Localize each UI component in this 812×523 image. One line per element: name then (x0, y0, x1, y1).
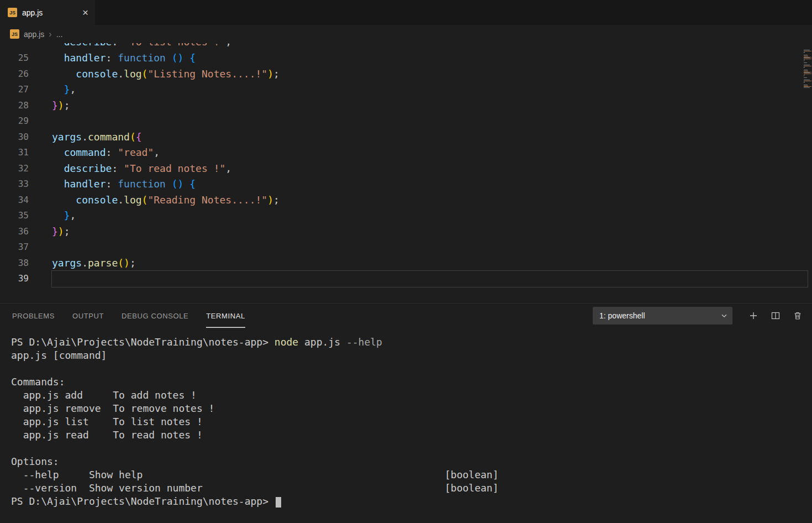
code-token: Options: (11, 456, 59, 467)
code-token: ; (273, 68, 280, 80)
line-number[interactable]: 26 (0, 66, 29, 82)
line-number[interactable]: 39 (0, 271, 29, 287)
tab-app-js[interactable]: JS app.js × (0, 0, 95, 25)
code-token: , (225, 43, 231, 48)
terminal-line: --help Show help[boolean] (11, 468, 812, 482)
code-token: { (189, 178, 196, 190)
breadcrumb-item-symbols[interactable]: ... (56, 30, 63, 39)
split-terminal-button[interactable] (768, 308, 783, 323)
plus-icon (749, 311, 758, 320)
trash-icon (793, 311, 802, 320)
code-token: ( (130, 131, 136, 143)
code-line[interactable]: 28}); (0, 98, 812, 114)
panel-actions: 1: powershell (593, 307, 805, 325)
line-number[interactable]: 33 (0, 176, 29, 192)
code-token: app.js add To add notes ! (11, 389, 197, 401)
code-token: handler (64, 52, 106, 64)
terminal-line: --version Show version number[boolean] (11, 482, 812, 495)
code-token: "read" (118, 147, 154, 158)
line-content: console.log("Reading Notes....!"); (52, 192, 808, 208)
minimap-line (804, 62, 807, 63)
code-token: } (64, 83, 70, 95)
terminal-cursor (276, 497, 281, 508)
line-number[interactable]: 31 (0, 145, 29, 161)
terminal-line: app.js remove To remove notes ! (11, 402, 812, 415)
line-number (0, 43, 29, 50)
code-line[interactable]: 38yargs.parse(); (0, 255, 812, 271)
line-number[interactable]: 34 (0, 192, 29, 208)
code-token (166, 178, 172, 190)
split-pane-icon (771, 311, 780, 320)
code-token: ) (267, 68, 273, 80)
code-token: : (106, 178, 118, 190)
code-line[interactable]: 27 }, (0, 82, 812, 98)
terminal-option-type: [boolean] (445, 468, 499, 482)
terminal-line: app.js [command] (11, 349, 812, 362)
code-token: , (154, 147, 160, 158)
chevron-down-icon (720, 312, 728, 320)
panel-tab-debug-console[interactable]: DEBUG CONSOLE (122, 304, 188, 328)
panel-tab-output[interactable]: OUTPUT (72, 304, 104, 328)
minimap-line (804, 66, 811, 66)
kill-terminal-button[interactable] (790, 308, 805, 323)
line-content: handler: function () { (52, 50, 808, 66)
code-line[interactable]: 35 }, (0, 208, 812, 224)
code-token: } (64, 210, 70, 221)
code-line[interactable]: 33 handler: function () { (0, 176, 812, 192)
code-token: function (118, 52, 166, 64)
code-token: PS D:\Ajai\Projects\NodeTraining\notes-a… (11, 336, 275, 348)
minimap-line (804, 74, 811, 74)
line-content (52, 271, 808, 287)
code-token: command (64, 147, 106, 158)
code-token: --help (346, 336, 382, 348)
code-token: ) (58, 100, 64, 111)
code-token: app.js remove To remove notes ! (11, 402, 214, 414)
line-number[interactable]: 38 (0, 255, 29, 271)
line-number[interactable]: 28 (0, 98, 29, 114)
code-token: PS D:\Ajai\Projects\NodeTraining\notes-a… (11, 495, 275, 507)
code-token: function (118, 178, 166, 190)
code-token: app.js [command] (11, 349, 107, 361)
line-number[interactable]: 25 (0, 50, 29, 66)
code-token: . (118, 194, 124, 206)
minimap[interactable] (804, 50, 812, 88)
line-content (52, 113, 808, 129)
terminal-output[interactable]: PS D:\Ajai\Projects\NodeTraining\notes-a… (0, 328, 812, 508)
panel-tab-problems[interactable]: PROBLEMS (12, 304, 55, 328)
close-tab-icon[interactable]: × (82, 7, 88, 18)
code-line[interactable]: 32 describe: "To read notes !", (0, 161, 812, 177)
line-number[interactable]: 35 (0, 208, 29, 224)
code-line[interactable]: 31 command: "read", (0, 145, 812, 161)
line-number[interactable]: 36 (0, 224, 29, 240)
line-number[interactable]: 37 (0, 239, 29, 255)
code-line[interactable]: 34 console.log("Reading Notes....!"); (0, 192, 812, 208)
line-number[interactable]: 27 (0, 82, 29, 98)
new-terminal-button[interactable] (746, 308, 761, 323)
code-line[interactable]: 29 (0, 113, 812, 129)
code-line[interactable]: 30yargs.command({ (0, 129, 812, 145)
line-number[interactable]: 30 (0, 129, 29, 145)
panel-header: PROBLEMSOUTPUTDEBUG CONSOLETERMINAL 1: p… (0, 304, 812, 328)
code-line[interactable]: 39 (0, 271, 812, 287)
panel-tab-terminal[interactable]: TERMINAL (206, 304, 245, 328)
code-line[interactable]: 36}); (0, 224, 812, 240)
code-token: ( (142, 194, 148, 206)
terminal-picker[interactable]: 1: powershell (593, 307, 732, 325)
line-number[interactable]: 29 (0, 113, 29, 129)
code-editor[interactable]: describe: "To list notes !", 25 handler:… (0, 43, 812, 303)
line-number[interactable]: 32 (0, 161, 29, 177)
code-token: : (106, 147, 118, 158)
code-token: node (275, 336, 298, 348)
code-token: } (52, 100, 58, 111)
code-token (52, 178, 64, 190)
code-line[interactable]: 25 handler: function () { (0, 50, 812, 66)
minimap-line (804, 82, 804, 83)
code-token (52, 147, 64, 158)
code-token: ) (58, 226, 64, 237)
code-line[interactable]: 26 console.log("Listing Notes....!"); (0, 66, 812, 82)
code-token: . (82, 131, 88, 143)
code-token: : (106, 52, 118, 64)
breadcrumb-item-file[interactable]: app.js (24, 30, 44, 39)
code-line[interactable]: 37 (0, 239, 812, 255)
code-token: { (189, 52, 196, 64)
